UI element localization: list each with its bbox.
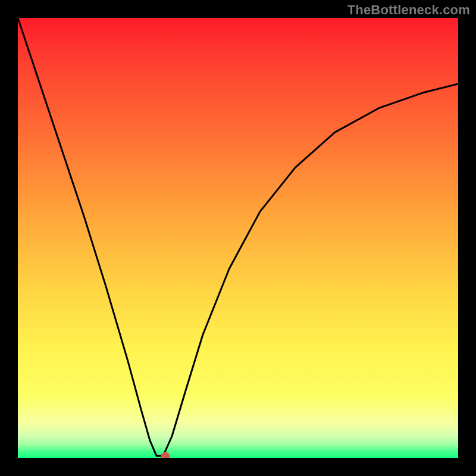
watermark-text: TheBottleneck.com bbox=[347, 2, 470, 18]
bottleneck-curve bbox=[18, 18, 458, 456]
optimum-marker-dot bbox=[161, 452, 170, 458]
plot-area bbox=[18, 18, 458, 458]
curve-layer bbox=[18, 18, 458, 458]
chart-frame: TheBottleneck.com bbox=[0, 0, 476, 476]
